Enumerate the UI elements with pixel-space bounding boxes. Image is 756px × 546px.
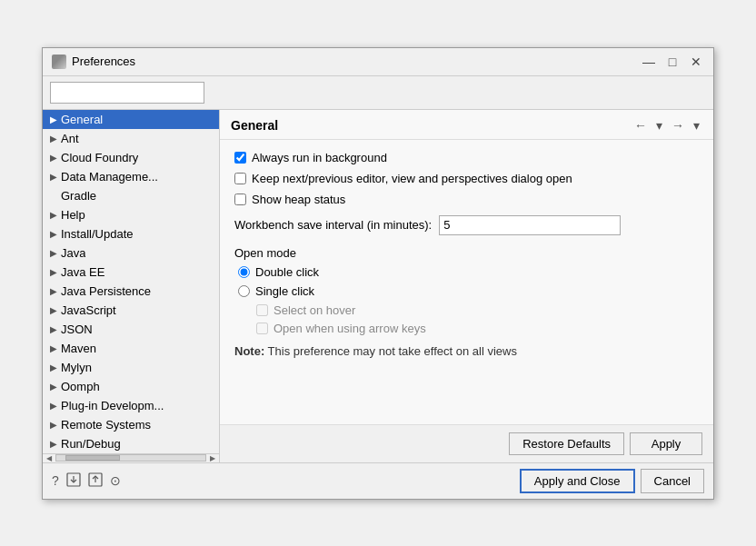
scroll-left-icon[interactable]: ◀ bbox=[45, 454, 54, 462]
single-click-label[interactable]: Single click bbox=[255, 284, 314, 298]
single-click-row: Single click bbox=[234, 284, 699, 298]
sidebar-item-data-management[interactable]: ▶ Data Manageme... bbox=[43, 167, 219, 186]
scroll-thumb[interactable] bbox=[65, 455, 120, 461]
open-mode-title: Open mode bbox=[234, 246, 699, 260]
arrow-icon: ▶ bbox=[50, 439, 57, 449]
sidebar-item-java-ee[interactable]: ▶ Java EE bbox=[43, 263, 219, 282]
panel-title: General bbox=[231, 118, 278, 133]
single-click-radio[interactable] bbox=[238, 285, 250, 297]
arrow-icon: ▶ bbox=[50, 305, 57, 315]
sidebar-item-maven[interactable]: ▶ Maven bbox=[43, 339, 219, 358]
workbench-save-row: Workbench save interval (in minutes): bbox=[234, 215, 699, 235]
forward-dropdown-button[interactable]: ▾ bbox=[691, 117, 702, 134]
sidebar-item-label: Data Manageme... bbox=[61, 170, 158, 184]
help-icon[interactable]: ? bbox=[52, 473, 59, 488]
sidebar-item-gradle[interactable]: ▶ Gradle bbox=[43, 186, 219, 205]
export-icon[interactable] bbox=[88, 472, 103, 490]
scroll-right-icon[interactable]: ▶ bbox=[208, 454, 217, 462]
title-controls: — □ ✕ bbox=[641, 54, 704, 70]
sidebar-item-label: Ant bbox=[61, 132, 79, 145]
note-content: This preference may not take effect on a… bbox=[268, 344, 517, 358]
sidebar-item-remote-systems[interactable]: ▶ Remote Systems bbox=[43, 415, 219, 434]
panel-body: Always run in background Keep next/previ… bbox=[220, 140, 713, 424]
arrow-icon: ▶ bbox=[50, 248, 57, 258]
apply-close-button[interactable]: Apply and Close bbox=[520, 469, 635, 493]
show-heap-checkbox[interactable] bbox=[234, 194, 246, 205]
title-bar-left: Preferences bbox=[52, 55, 135, 69]
arrow-icon: ▶ bbox=[50, 324, 57, 334]
sidebar-item-install-update[interactable]: ▶ Install/Update bbox=[43, 224, 219, 243]
sidebar-item-label: Java Persistence bbox=[61, 284, 151, 298]
sidebar-item-label: General bbox=[61, 113, 103, 126]
arrow-icon: ▶ bbox=[50, 172, 57, 182]
note-text: Note: This preference may not take effec… bbox=[234, 344, 699, 358]
scroll-track[interactable] bbox=[55, 454, 206, 462]
sidebar-item-java-persistence[interactable]: ▶ Java Persistence bbox=[43, 282, 219, 301]
sidebar-item-cloud-foundry[interactable]: ▶ Cloud Foundry bbox=[43, 148, 219, 167]
sidebar-item-java[interactable]: ▶ Java bbox=[43, 243, 219, 263]
note-bold: Note: bbox=[234, 344, 264, 358]
sidebar-item-oomph[interactable]: ▶ Oomph bbox=[43, 377, 219, 396]
double-click-row: Double click bbox=[234, 265, 699, 279]
sidebar-item-json[interactable]: ▶ JSON bbox=[43, 320, 219, 339]
horizontal-scrollbar[interactable]: ◀ ▶ bbox=[43, 453, 219, 462]
bottom-right: Apply and Close Cancel bbox=[520, 469, 704, 493]
sidebar-item-plug-in-development[interactable]: ▶ Plug-in Developm... bbox=[43, 396, 219, 415]
arrow-icon: ▶ bbox=[50, 420, 57, 430]
main-content: ▶ General ▶ Ant ▶ Cloud Foundry ▶ Data M… bbox=[43, 109, 713, 462]
sidebar: ▶ General ▶ Ant ▶ Cloud Foundry ▶ Data M… bbox=[43, 110, 220, 462]
bottom-bar: ? ⊙ Apply and Close Cancel bbox=[43, 462, 713, 499]
preferences-window: Preferences — □ ✕ ▶ General ▶ Ant bbox=[42, 47, 714, 500]
sidebar-item-label: Java bbox=[61, 246, 85, 260]
sidebar-item-label: Cloud Foundry bbox=[61, 151, 138, 164]
sidebar-item-mylyn[interactable]: ▶ Mylyn bbox=[43, 358, 219, 377]
open-mode-section: Open mode Double click Single click Sele… bbox=[234, 246, 699, 335]
sidebar-item-javascript[interactable]: ▶ JavaScript bbox=[43, 301, 219, 320]
restore-defaults-button[interactable]: Restore Defaults bbox=[509, 432, 624, 455]
sidebar-item-label: Java EE bbox=[61, 265, 104, 279]
show-heap-label[interactable]: Show heap status bbox=[252, 193, 345, 206]
workbench-save-label: Workbench save interval (in minutes): bbox=[234, 218, 432, 232]
open-arrow-keys-checkbox[interactable] bbox=[256, 323, 268, 334]
search-input[interactable] bbox=[50, 82, 204, 104]
sidebar-item-general[interactable]: ▶ General bbox=[43, 110, 219, 129]
sidebar-item-label: Plug-in Developm... bbox=[61, 399, 164, 412]
settings-icon[interactable]: ⊙ bbox=[110, 473, 121, 488]
workbench-save-input[interactable] bbox=[439, 215, 621, 235]
maximize-button[interactable]: □ bbox=[664, 54, 681, 70]
forward-button[interactable]: → bbox=[669, 117, 687, 134]
back-button[interactable]: ← bbox=[632, 117, 650, 134]
arrow-icon: ▶ bbox=[50, 401, 57, 411]
search-bar bbox=[43, 76, 713, 109]
sidebar-item-label: Remote Systems bbox=[61, 418, 151, 432]
import-icon[interactable] bbox=[66, 472, 81, 490]
arrow-icon: ▶ bbox=[50, 114, 57, 124]
double-click-radio[interactable] bbox=[238, 266, 250, 278]
cancel-button[interactable]: Cancel bbox=[641, 469, 704, 493]
right-panel: General ← ▾ → ▾ Always run in background bbox=[220, 110, 713, 462]
sidebar-item-label: Oomph bbox=[61, 380, 100, 393]
sidebar-item-ant[interactable]: ▶ Ant bbox=[43, 129, 219, 148]
panel-footer: Restore Defaults Apply bbox=[220, 424, 713, 462]
arrow-icon: ▶ bbox=[50, 153, 57, 163]
back-dropdown-button[interactable]: ▾ bbox=[653, 117, 665, 134]
arrow-icon: ▶ bbox=[50, 362, 57, 372]
double-click-label[interactable]: Double click bbox=[255, 265, 319, 279]
arrow-icon: ▶ bbox=[50, 229, 57, 239]
apply-button[interactable]: Apply bbox=[630, 432, 702, 455]
keep-editor-row: Keep next/previous editor, view and pers… bbox=[234, 172, 699, 185]
sidebar-item-label: Install/Update bbox=[61, 227, 134, 241]
title-bar: Preferences — □ ✕ bbox=[43, 48, 713, 76]
always-run-checkbox[interactable] bbox=[234, 152, 246, 164]
sidebar-item-help[interactable]: ▶ Help bbox=[43, 205, 219, 224]
sidebar-item-label: JSON bbox=[61, 323, 93, 336]
sidebar-item-run-debug[interactable]: ▶ Run/Debug bbox=[43, 434, 219, 453]
sidebar-item-label: JavaScript bbox=[61, 303, 116, 317]
keep-editor-label[interactable]: Keep next/previous editor, view and pers… bbox=[252, 172, 572, 185]
close-button[interactable]: ✕ bbox=[688, 54, 704, 70]
always-run-label[interactable]: Always run in background bbox=[252, 151, 387, 164]
keep-editor-checkbox[interactable] bbox=[234, 173, 246, 184]
minimize-button[interactable]: — bbox=[641, 54, 657, 70]
arrow-icon: ▶ bbox=[50, 191, 57, 201]
select-on-hover-checkbox[interactable] bbox=[256, 304, 268, 316]
